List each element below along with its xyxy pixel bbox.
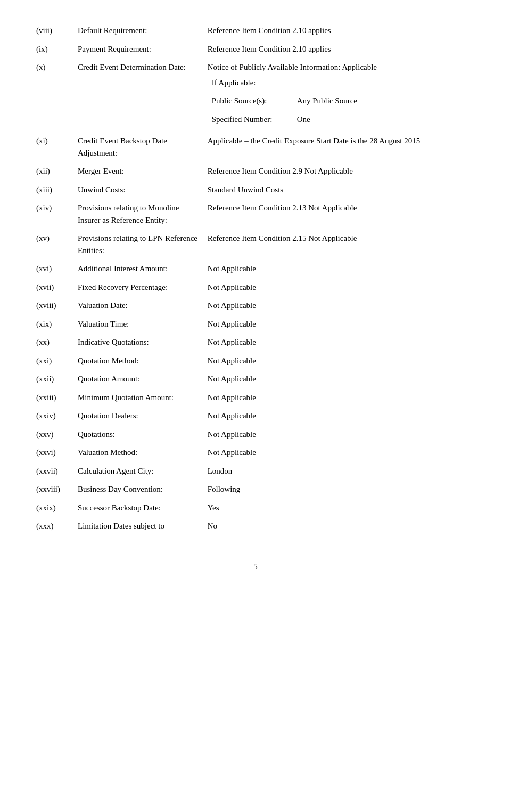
row-label: Minimum Quotation Amount:	[73, 388, 203, 407]
row-label: Fixed Recovery Percentage:	[73, 278, 203, 297]
row-label: Valuation Method:	[73, 443, 203, 462]
table-row: (xxvii)Calculation Agent City:London	[32, 462, 479, 481]
row-number: (xv)	[32, 229, 73, 259]
sub-row-value: One	[293, 110, 475, 129]
row-value: Notice of Publicly Available Information…	[203, 58, 479, 132]
row-number: (xx)	[32, 333, 73, 352]
table-row: (xix)Valuation Time:Not Applicable	[32, 315, 479, 334]
row-number: (xxix)	[32, 499, 73, 517]
table-row: (xx)Indicative Quotations:Not Applicable	[32, 333, 479, 352]
table-row: (xvi)Additional Interest Amount:Not Appl…	[32, 259, 479, 278]
table-row: (xvii)Fixed Recovery Percentage:Not Appl…	[32, 278, 479, 297]
table-row: (ix)Payment Requirement:Reference Item C…	[32, 40, 479, 59]
row-value: London	[203, 462, 479, 481]
sub-row-label: If Applicable:	[208, 74, 293, 92]
table-row: (xxv)Quotations:Not Applicable	[32, 425, 479, 444]
row-number: (xi)	[32, 132, 73, 162]
row-number: (xviii)	[32, 296, 73, 315]
row-label: Limitation Dates subject to	[73, 517, 203, 535]
row-value: Reference Item Condition 2.9 Not Applica…	[203, 162, 479, 181]
table-row: (xxiii)Minimum Quotation Amount:Not Appl…	[32, 388, 479, 407]
row-value: Not Applicable	[203, 425, 479, 444]
row-number: (x)	[32, 58, 73, 132]
row-label: Valuation Time:	[73, 315, 203, 334]
row-number: (xxiii)	[32, 388, 73, 407]
row-value: Not Applicable	[203, 315, 479, 334]
table-row: (xxiv)Quotation Dealers:Not Applicable	[32, 407, 479, 425]
row-label: Successor Backstop Date:	[73, 499, 203, 517]
row-value: Yes	[203, 499, 479, 517]
row-value: Reference Item Condition 2.10 applies	[203, 21, 479, 40]
row-label: Business Day Convention:	[73, 480, 203, 499]
row-number: (xvi)	[32, 259, 73, 278]
row-label: Quotations:	[73, 425, 203, 444]
row-number: (xxi)	[32, 352, 73, 370]
page-number: 5	[32, 562, 479, 571]
table-row: (xxviii)Business Day Convention:Followin…	[32, 480, 479, 499]
row-value: Not Applicable	[203, 278, 479, 297]
sub-row-label: Specified Number:	[208, 110, 293, 129]
row-label: Payment Requirement:	[73, 40, 203, 59]
row-label: Provisions relating to LPN Reference Ent…	[73, 229, 203, 259]
row-label: Provisions relating to Monoline Insurer …	[73, 199, 203, 229]
row-number: (xix)	[32, 315, 73, 334]
row-label: Credit Event Backstop Date Adjustment:	[73, 132, 203, 162]
row-number: (xiii)	[32, 181, 73, 199]
row-value: Not Applicable	[203, 388, 479, 407]
table-row: (x)Credit Event Determination Date:Notic…	[32, 58, 479, 132]
row-number: (xxiv)	[32, 407, 73, 425]
sub-row-value	[293, 74, 475, 92]
sub-row-value: Any Public Source	[293, 92, 475, 110]
row-value: Reference Item Condition 2.15 Not Applic…	[203, 229, 479, 259]
row-value: Not Applicable	[203, 333, 479, 352]
table-row: (xv)Provisions relating to LPN Reference…	[32, 229, 479, 259]
row-label: Calculation Agent City:	[73, 462, 203, 481]
table-row: (xxii)Quotation Amount:Not Applicable	[32, 370, 479, 388]
table-row: (xiii)Unwind Costs:Standard Unwind Costs	[32, 181, 479, 199]
row-number: (xxx)	[32, 517, 73, 535]
row-value: Standard Unwind Costs	[203, 181, 479, 199]
row-label: Quotation Dealers:	[73, 407, 203, 425]
row-number: (xii)	[32, 162, 73, 181]
row-value: Not Applicable	[203, 407, 479, 425]
row-number: (xxviii)	[32, 480, 73, 499]
table-row: (viii)Default Requirement:Reference Item…	[32, 21, 479, 40]
row-value: Reference Item Condition 2.13 Not Applic…	[203, 199, 479, 229]
row-label: Indicative Quotations:	[73, 333, 203, 352]
table-row: (xxx)Limitation Dates subject toNo	[32, 517, 479, 535]
row-value: Not Applicable	[203, 296, 479, 315]
table-row: (xi)Credit Event Backstop Date Adjustmen…	[32, 132, 479, 162]
row-number: (xiv)	[32, 199, 73, 229]
row-label: Merger Event:	[73, 162, 203, 181]
table-row: (xxvi)Valuation Method:Not Applicable	[32, 443, 479, 462]
row-number: (ix)	[32, 40, 73, 59]
row-number: (xxvi)	[32, 443, 73, 462]
table-row: (xiv)Provisions relating to Monoline Ins…	[32, 199, 479, 229]
table-row: (xxi)Quotation Method:Not Applicable	[32, 352, 479, 370]
row-label: Credit Event Determination Date:	[73, 58, 203, 132]
table-row: (xviii)Valuation Date:Not Applicable	[32, 296, 479, 315]
row-number: (xxvii)	[32, 462, 73, 481]
row-label: Valuation Date:	[73, 296, 203, 315]
table-row: (xii)Merger Event:Reference Item Conditi…	[32, 162, 479, 181]
sub-row-label: Public Source(s):	[208, 92, 293, 110]
row-label: Unwind Costs:	[73, 181, 203, 199]
row-value: Not Applicable	[203, 370, 479, 388]
row-value: Following	[203, 480, 479, 499]
row-value: Not Applicable	[203, 443, 479, 462]
row-value: Applicable – the Credit Exposure Start D…	[203, 132, 479, 162]
row-label: Additional Interest Amount:	[73, 259, 203, 278]
row-label: Quotation Amount:	[73, 370, 203, 388]
row-number: (xxii)	[32, 370, 73, 388]
row-value: No	[203, 517, 479, 535]
row-value: Not Applicable	[203, 259, 479, 278]
row-value: Reference Item Condition 2.10 applies	[203, 40, 479, 59]
row-label: Default Requirement:	[73, 21, 203, 40]
row-number: (viii)	[32, 21, 73, 40]
row-value: Not Applicable	[203, 352, 479, 370]
row-number: (xvii)	[32, 278, 73, 297]
document-table: (viii)Default Requirement:Reference Item…	[32, 21, 479, 535]
row-label: Quotation Method:	[73, 352, 203, 370]
row-number: (xxv)	[32, 425, 73, 444]
table-row: (xxix)Successor Backstop Date:Yes	[32, 499, 479, 517]
